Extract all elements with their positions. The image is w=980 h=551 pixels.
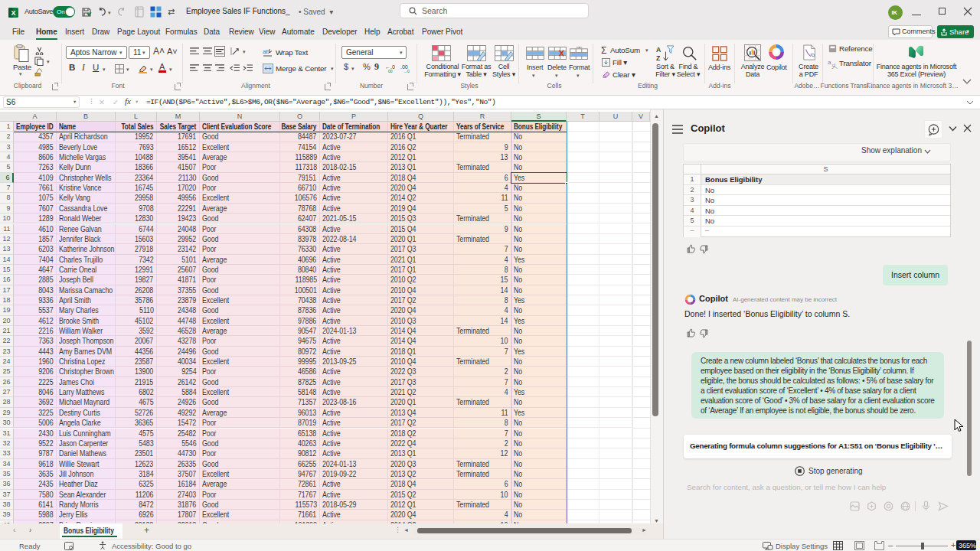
svg-text:X: X xyxy=(11,9,15,17)
svg-text:乆: 乆 xyxy=(831,63,838,69)
svg-text:Z: Z xyxy=(656,54,661,62)
svg-text:A: A xyxy=(656,46,661,54)
svg-text:ab: ab xyxy=(263,48,270,55)
svg-text:→0: →0 xyxy=(403,69,410,73)
svg-text:00: 00 xyxy=(388,69,393,73)
